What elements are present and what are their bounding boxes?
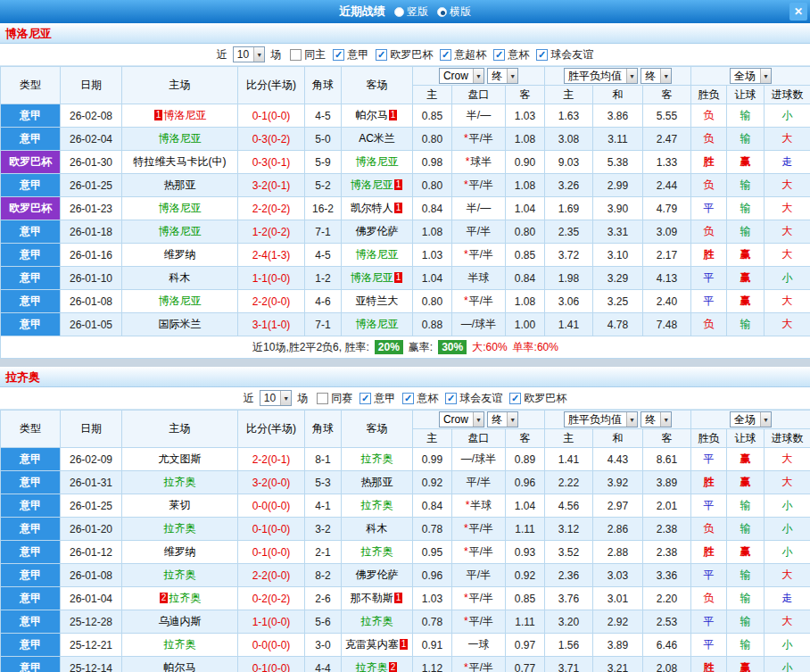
score-cell: 0-1(0-0)	[238, 518, 305, 541]
filter-option[interactable]: ✓欧罗巴杯	[376, 47, 433, 62]
match-row: 意甲26-02-04博洛尼亚0-3(0-2)5-0AC米兰0.80*平/半1.0…	[1, 128, 810, 151]
euro-draw-odds: 3.89	[593, 634, 643, 657]
asian-odds-header: Crow▼ 终▼	[413, 67, 545, 86]
checkbox-icon[interactable]	[317, 393, 328, 404]
score-cell: 2-2(0-2)	[238, 197, 305, 220]
layout-radio-竖版[interactable]: 竖版	[394, 4, 428, 20]
col-euro-draw: 和	[593, 429, 643, 448]
result-cell: 胜	[691, 151, 727, 174]
titlebar: 近期战绩 竖版横版 ✕	[0, 0, 810, 23]
handicap-star: *	[464, 132, 468, 145]
filter-option[interactable]: ✓意甲	[333, 47, 368, 62]
result-cell: 平	[691, 267, 727, 290]
filter-option[interactable]: ✓意甲	[360, 391, 395, 406]
close-icon[interactable]: ✕	[789, 3, 807, 21]
match-count-select[interactable]: 10▼	[233, 46, 265, 62]
asian-away-odds: 1.11	[506, 518, 545, 541]
euro-home-odds: 2.22	[545, 471, 593, 494]
filter-option[interactable]: ✓意杯	[402, 391, 438, 406]
date-cell: 26-01-04	[61, 587, 122, 610]
checkbox-icon[interactable]: ✓	[440, 49, 451, 61]
date-cell: 26-02-04	[61, 128, 122, 151]
result-cell: 负	[691, 128, 727, 151]
filter-option[interactable]: 同赛	[317, 391, 352, 406]
away-team: 博洛尼亚	[342, 313, 413, 336]
final-odds-select[interactable]: 终▼	[641, 411, 672, 427]
filter-option[interactable]: ✓球会友谊	[536, 47, 593, 62]
asian-home-odds: 0.80	[413, 290, 452, 313]
match-row: 意甲26-01-08拉齐奥2-2(0-0)8-2佛罗伦萨0.96平/半0.922…	[1, 564, 810, 587]
goals-cell: 走	[765, 587, 810, 610]
layout-radio-横版[interactable]: 横版	[437, 4, 471, 20]
filter-option[interactable]: ✓欧罗巴杯	[509, 391, 566, 406]
corner-cell: 5-9	[305, 151, 342, 174]
chevron-down-icon: ▼	[660, 69, 671, 83]
euro-home-odds: 3.72	[545, 244, 593, 267]
red-card-badge: 1	[394, 203, 403, 213]
filter-option[interactable]: 同主	[290, 47, 326, 62]
euro-draw-odds: 4.43	[593, 448, 643, 471]
corner-cell: 8-1	[305, 448, 342, 471]
date-cell: 25-12-14	[61, 657, 122, 672]
checkbox-icon[interactable]: ✓	[536, 49, 548, 61]
handicap-cell: *平/半	[452, 541, 506, 564]
filter-option[interactable]: ✓意杯	[493, 47, 529, 62]
goals-cell: 小	[765, 267, 810, 290]
col-date: 日期	[61, 67, 122, 104]
filter-option-label: 意杯	[508, 47, 529, 62]
euro-away-odds: 1.33	[643, 151, 691, 174]
away-team: 佛罗伦萨	[342, 220, 413, 244]
home-team: 科木	[122, 267, 238, 290]
results-body: 意甲26-02-081博洛尼亚0-1(0-0)4-5帕尔马10.85半/—1.0…	[1, 104, 810, 336]
filter-option[interactable]: ✓意超杯	[440, 47, 486, 62]
asian-home-odds: 0.85	[413, 104, 452, 128]
handicap-cell: *平/半	[452, 657, 506, 672]
avg-odds-select[interactable]: 胜平负均值▼	[564, 68, 638, 84]
checkbox-icon[interactable]: ✓	[333, 49, 344, 61]
checkbox-icon[interactable]: ✓	[360, 393, 371, 404]
scope-select[interactable]: 全场▼	[730, 411, 772, 427]
asian-home-odds: 0.92	[413, 471, 452, 494]
avg-odds-select[interactable]: 胜平负均值▼	[564, 411, 638, 427]
checkbox-icon[interactable]: ✓	[509, 393, 521, 404]
games-label: 场	[297, 391, 308, 406]
handicap-cell: *平/半	[452, 518, 506, 541]
results-table: 类型 日期 主场 比分(半场) 角球 客场 Crow▼ 终▼ 胜平负均值▼ 终▼…	[0, 410, 810, 672]
away-team: 拉齐奥	[342, 494, 413, 518]
handicap-cell: —/球半	[452, 448, 506, 471]
euro-draw-odds: 2.88	[593, 541, 643, 564]
euro-away-odds: 2.47	[643, 128, 691, 151]
final-odds-select[interactable]: 终▼	[487, 68, 518, 84]
filter-option[interactable]: ✓球会友谊	[445, 391, 502, 406]
col-score: 比分(半场)	[238, 67, 305, 104]
final-odds-select[interactable]: 终▼	[641, 68, 672, 84]
bookmaker-select[interactable]: Crow▼	[439, 411, 484, 427]
result-cell: 负	[691, 104, 727, 128]
checkbox-icon[interactable]: ✓	[402, 393, 414, 404]
match-row: 意甲26-01-05国际米兰3-1(1-0)7-1博洛尼亚0.88—/球半1.0…	[1, 313, 810, 336]
bookmaker-select[interactable]: Crow▼	[439, 68, 484, 84]
asian-away-odds: 0.89	[506, 448, 545, 471]
league-cell: 意甲	[1, 104, 61, 128]
checkbox-icon[interactable]: ✓	[493, 49, 505, 61]
col-away: 客场	[342, 411, 413, 448]
checkbox-icon[interactable]	[290, 49, 302, 61]
result-cell: 平	[691, 494, 727, 518]
checkbox-icon[interactable]: ✓	[445, 393, 457, 404]
score-cell: 0-0(0-0)	[238, 634, 305, 657]
home-team: 拉齐奥	[122, 518, 238, 541]
checkbox-icon[interactable]: ✓	[376, 49, 387, 61]
euro-away-odds: 2.38	[643, 541, 691, 564]
asian-home-odds: 1.04	[413, 267, 452, 290]
red-card-badge: 1	[154, 110, 163, 120]
goals-cell: 小	[765, 518, 810, 541]
euro-away-odds: 7.48	[643, 313, 691, 336]
home-team: 拉齐奥	[122, 564, 238, 587]
euro-draw-odds: 3.29	[593, 267, 643, 290]
scope-select[interactable]: 全场▼	[730, 68, 772, 84]
score-cell: 0-0(0-0)	[238, 494, 305, 518]
final-odds-select[interactable]: 终▼	[487, 411, 518, 427]
match-count-select[interactable]: 10▼	[260, 390, 292, 406]
goals-cell: 大	[765, 174, 810, 197]
col-corner: 角球	[305, 67, 342, 104]
